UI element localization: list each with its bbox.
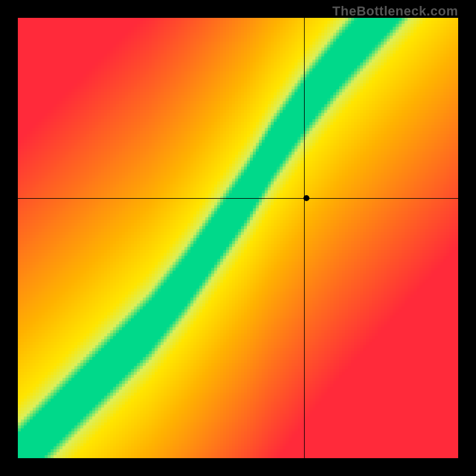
chart-frame: TheBottleneck.com	[0, 0, 476, 476]
selected-point-marker	[303, 195, 309, 201]
watermark-text: TheBottleneck.com	[333, 4, 458, 19]
crosshair-horizontal	[18, 198, 458, 199]
crosshair-vertical	[304, 18, 305, 458]
bottleneck-heatmap	[18, 18, 458, 458]
